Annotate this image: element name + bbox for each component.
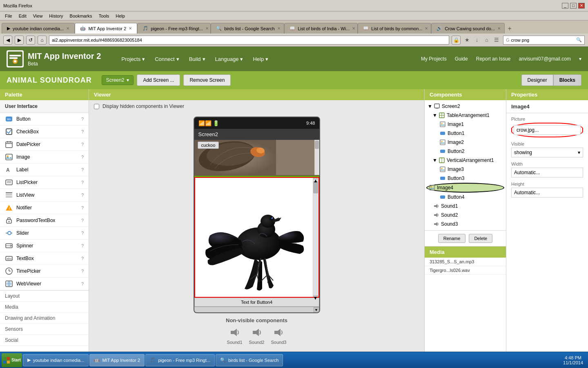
comp-sound2[interactable]: Sound2	[426, 211, 504, 220]
layout-section-header[interactable]: Layout	[0, 291, 89, 302]
download-icon[interactable]: ↓	[473, 36, 481, 44]
comp-verticalarrangement1[interactable]: ▼ VerticalArrangement1	[426, 156, 504, 165]
minimize-button[interactable]: _	[562, 3, 568, 9]
social-section-header[interactable]: Social	[0, 335, 89, 346]
menu-file[interactable]: File	[2, 13, 16, 19]
add-screen-button[interactable]: Add Screen ...	[137, 74, 180, 86]
search-input[interactable]	[511, 38, 576, 43]
height-input[interactable]	[511, 188, 583, 197]
window-controls[interactable]: _ □ ✕	[562, 3, 585, 9]
menu-bookmarks[interactable]: Bookmarks	[67, 13, 96, 19]
palette-item-label[interactable]: A Label ?	[0, 164, 89, 176]
checkbox-info-icon[interactable]: ?	[81, 129, 84, 134]
comp-button2[interactable]: Button2	[426, 147, 504, 156]
taskbar-item-appinventor[interactable]: 🤖 MIT App Inventor 2	[89, 354, 145, 366]
remove-screen-button[interactable]: Remove Screen	[183, 74, 231, 86]
tab-crow-sound[interactable]: 🔊 Crow Cawing sound do... ✕	[431, 23, 505, 34]
timepicker-info-icon[interactable]: ?	[81, 269, 84, 274]
label-info-icon[interactable]: ?	[81, 167, 84, 172]
palette-item-webviewer[interactable]: WebViewer ?	[0, 278, 89, 290]
report-issue-link[interactable]: Report an Issue	[476, 56, 511, 62]
delete-button[interactable]: Delete	[469, 234, 492, 243]
scroll-right-2[interactable]: ▲ ▼	[313, 178, 318, 297]
nav-help[interactable]: Help ▾	[249, 54, 272, 64]
screen-selector[interactable]: Screen2 ▾	[102, 75, 134, 85]
notifier-info-icon[interactable]: ?	[81, 205, 84, 210]
menu-icon[interactable]: ☰	[492, 36, 501, 44]
comp-table-toggle[interactable]: ▼	[433, 113, 437, 117]
ui-section-header[interactable]: User Interface	[0, 100, 89, 113]
picture-input[interactable]	[514, 125, 581, 135]
nav-language[interactable]: Language ▾	[211, 54, 247, 64]
comp-image3[interactable]: Image3	[426, 165, 504, 174]
comp-image2[interactable]: Image2	[426, 138, 504, 147]
button4-text[interactable]: Text for Button4	[194, 298, 319, 307]
width-input[interactable]	[511, 168, 583, 177]
designer-button[interactable]: Designer	[521, 74, 553, 86]
menu-edit[interactable]: Edit	[16, 13, 30, 19]
scroll-right-1[interactable]	[314, 140, 319, 175]
media-item-2[interactable]: Tigergro...ls026.wav	[425, 266, 506, 275]
user-email[interactable]: anvisumi07@gmail.com	[519, 56, 571, 62]
media-item-1[interactable]: 313285_S...S_an.mp3	[425, 258, 506, 266]
comp-button1[interactable]: Button1	[426, 129, 504, 138]
comp-image4[interactable]: Image4	[426, 183, 504, 193]
media-section-header[interactable]: Media	[0, 302, 89, 313]
nav-connect[interactable]: Connect ▾	[151, 54, 183, 64]
button-info-icon[interactable]: ?	[81, 117, 84, 121]
palette-item-spinner[interactable]: Spinner ?	[0, 240, 89, 252]
comp-vertical-toggle[interactable]: ▼	[433, 158, 437, 162]
tab-birds-india[interactable]: 📖 List of birds of India - Wi... ✕	[284, 23, 358, 34]
listview-info-icon[interactable]: ?	[81, 193, 84, 197]
comp-button3[interactable]: Button3	[426, 174, 504, 183]
taskbar-item-birds[interactable]: 🔍 birds list - Google Search	[216, 354, 283, 366]
scroll-down-bottom[interactable]: ▼	[314, 307, 319, 313]
comp-tablearrangement1[interactable]: ▼ TableArrangement1	[426, 111, 504, 120]
comp-sound1[interactable]: Sound1	[426, 202, 504, 211]
menu-history[interactable]: History	[46, 13, 66, 19]
palette-item-image[interactable]: Image ?	[0, 151, 89, 164]
tab-close-youtube[interactable]: ✕	[66, 26, 69, 31]
cuckoo-button[interactable]: cuckoo	[198, 141, 219, 149]
palette-item-checkbox[interactable]: CheckBox ?	[0, 126, 89, 138]
comp-image1[interactable]: Image1	[426, 120, 504, 129]
reload-button[interactable]: ↺	[26, 36, 35, 45]
display-hidden-checkbox[interactable]	[94, 104, 99, 109]
palette-item-timepicker[interactable]: TimePicker ?	[0, 265, 89, 278]
start-button[interactable]: Start	[2, 353, 22, 367]
blocks-button[interactable]: Blocks	[553, 74, 581, 86]
taskbar-item-pigeon[interactable]: 🎵 pigeon - Free mp3 Ringt...	[145, 354, 215, 366]
palette-item-datepicker[interactable]: DatePicker ?	[0, 138, 89, 151]
palette-item-passwordtextbox[interactable]: PasswordTextBox ?	[0, 214, 89, 227]
scroll-up-btn[interactable]: ▲	[313, 178, 318, 180]
webviewer-info-icon[interactable]: ?	[81, 281, 84, 286]
comp-screen2[interactable]: ▼ Screen2	[426, 102, 504, 111]
search-box[interactable]: G 🔍	[503, 36, 585, 45]
drawing-section-header[interactable]: Drawing and Animation	[0, 313, 89, 324]
sound2-item[interactable]: Sound2	[249, 327, 265, 345]
home2-icon[interactable]: ⌂	[483, 36, 491, 44]
datepicker-info-icon[interactable]: ?	[81, 142, 84, 147]
tab-close-birds[interactable]: ✕	[277, 26, 281, 31]
palette-item-notifier[interactable]: ! Notifier ?	[0, 202, 89, 214]
menu-help[interactable]: Help	[112, 13, 128, 19]
tab-birds-common[interactable]: 📖 List of birds by common... ✕	[358, 23, 431, 34]
menu-tools[interactable]: Tools	[96, 13, 113, 19]
tab-youtube[interactable]: ▶ youtube indian comedia... ✕	[2, 23, 75, 34]
sound3-item[interactable]: Sound3	[271, 327, 286, 345]
forward-button[interactable]: ▶	[15, 36, 24, 45]
rename-button[interactable]: Rename	[438, 234, 466, 243]
tab-close-appinventor[interactable]: ✕	[129, 26, 132, 31]
tab-close-crow[interactable]: ✕	[497, 26, 501, 31]
sound1-item[interactable]: Sound1	[227, 327, 243, 345]
crow-image-container[interactable]: ▲ ▼	[194, 177, 319, 298]
palette-item-listview[interactable]: ListView ?	[0, 189, 89, 202]
palette-item-button[interactable]: btn Button ?	[0, 113, 89, 126]
horizontal-scroll[interactable]: ▼	[194, 307, 319, 312]
bookmark-star-icon[interactable]: ★	[463, 36, 471, 44]
comp-screen2-toggle[interactable]: ▼	[428, 104, 432, 108]
menu-view[interactable]: View	[30, 13, 46, 19]
guide-link[interactable]: Guide	[455, 56, 468, 62]
search-submit-icon[interactable]: 🔍	[576, 37, 582, 43]
tab-pigeon[interactable]: 🎵 pigeon - Free mp3 Ringt... ✕	[137, 23, 211, 34]
